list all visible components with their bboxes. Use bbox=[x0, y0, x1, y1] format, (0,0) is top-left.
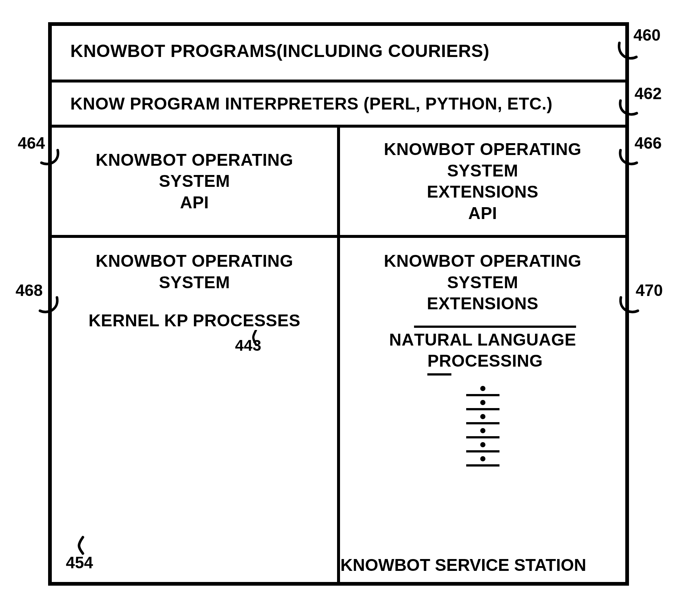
lead-line-462-icon bbox=[618, 98, 639, 122]
ref-443: 443 bbox=[235, 336, 262, 356]
lead-line-466-icon bbox=[618, 148, 639, 172]
underline-icon bbox=[466, 436, 499, 438]
nlp-line1: TURAL LANGUAGE bbox=[414, 326, 576, 351]
row-kernel-ext: KNOWBOT OPERATING SYSTEM KERNEL KP PROCE… bbox=[52, 238, 625, 582]
underline-icon bbox=[466, 450, 499, 452]
cell-os-ext-api: KNOWBOT OPERATING SYSTEM EXTENSIONS API bbox=[340, 128, 625, 235]
row-programs: KNOWBOT PROGRAMS(INCLUDING COURIERS) bbox=[52, 26, 625, 83]
underline-icon bbox=[466, 422, 499, 424]
row-interpreters: KNOW PROGRAM INTERPRETERS (PERL, PYTHON,… bbox=[52, 83, 625, 128]
cell-programs: KNOWBOT PROGRAMS(INCLUDING COURIERS) bbox=[52, 26, 504, 80]
os-api-line2: API bbox=[180, 193, 209, 212]
nlp-label: NATURAL LANGUAGE PROCESSING bbox=[389, 326, 576, 376]
dot-icon bbox=[480, 442, 485, 447]
cell-os-api: KNOWBOT OPERATING SYSTEM API bbox=[52, 128, 340, 235]
os-ext-api-line3: API bbox=[468, 203, 497, 223]
os-api-line1: KNOWBOT OPERATING SYSTEM bbox=[95, 150, 293, 191]
ext-line1: KNOWBOT OPERATING SYSTEM bbox=[384, 251, 581, 292]
dot-icon bbox=[480, 456, 485, 461]
ext-line2: EXTENSIONS bbox=[427, 294, 539, 313]
diagram-wrapper: KNOWBOT PROGRAMS(INCLUDING COURIERS) KNO… bbox=[15, 15, 668, 601]
ref-460: 460 bbox=[633, 26, 660, 44]
ellipsis-list bbox=[351, 386, 614, 467]
lead-line-460-icon bbox=[617, 41, 639, 67]
underline-icon bbox=[466, 394, 499, 396]
lead-line-468-icon bbox=[38, 295, 60, 320]
dot-icon bbox=[480, 414, 485, 419]
ellipsis-item bbox=[466, 442, 499, 452]
dot-icon bbox=[480, 386, 485, 391]
lead-line-454-icon bbox=[72, 536, 94, 556]
nlp-line2b: OCESSING bbox=[451, 351, 543, 370]
underline-icon bbox=[466, 408, 499, 410]
ellipsis-item bbox=[466, 428, 499, 438]
os-ext-api-line2: EXTENSIONS bbox=[427, 182, 539, 201]
ellipsis-item bbox=[466, 400, 499, 410]
ref-466: 466 bbox=[635, 134, 662, 152]
lead-line-470-icon bbox=[618, 295, 640, 320]
dot-icon bbox=[480, 400, 485, 405]
ellipsis-item bbox=[466, 414, 499, 424]
cell-kernel: KNOWBOT OPERATING SYSTEM KERNEL KP PROCE… bbox=[52, 238, 340, 582]
ref-464: 464 bbox=[18, 134, 45, 152]
os-ext-api-line1: KNOWBOT OPERATING SYSTEM bbox=[384, 139, 581, 180]
row-api: KNOWBOT OPERATING SYSTEM API KNOWBOT OPE… bbox=[52, 128, 625, 238]
ellipsis-item bbox=[466, 456, 499, 467]
kp-processes-holder: KP PROCESSES 443 bbox=[164, 310, 300, 331]
dot-icon bbox=[480, 428, 485, 433]
nlp-line2a: PR bbox=[427, 350, 451, 376]
cell-extensions: KNOWBOT OPERATING SYSTEM EXTENSIONS NATU… bbox=[340, 238, 625, 582]
ref-454: 454 bbox=[66, 553, 93, 572]
diagram-caption: KNOWBOT SERVICE STATION bbox=[340, 555, 586, 575]
ref-470: 470 bbox=[636, 281, 663, 300]
diagram-box: KNOWBOT PROGRAMS(INCLUDING COURIERS) KNO… bbox=[48, 22, 629, 586]
ref-468: 468 bbox=[16, 281, 43, 300]
nlp-prefix: NA bbox=[389, 330, 414, 349]
kernel-line2: KERNEL bbox=[88, 311, 159, 330]
ref-462: 462 bbox=[635, 84, 662, 103]
lead-line-464-icon bbox=[39, 148, 60, 172]
kernel-line1: KNOWBOT OPERATING SYSTEM bbox=[95, 251, 293, 292]
kp-processes-label: KP PROCESSES bbox=[164, 311, 300, 330]
underline-icon bbox=[466, 464, 499, 467]
cell-interpreters: KNOW PROGRAM INTERPRETERS (PERL, PYTHON,… bbox=[52, 83, 567, 125]
ellipsis-item bbox=[466, 386, 499, 396]
